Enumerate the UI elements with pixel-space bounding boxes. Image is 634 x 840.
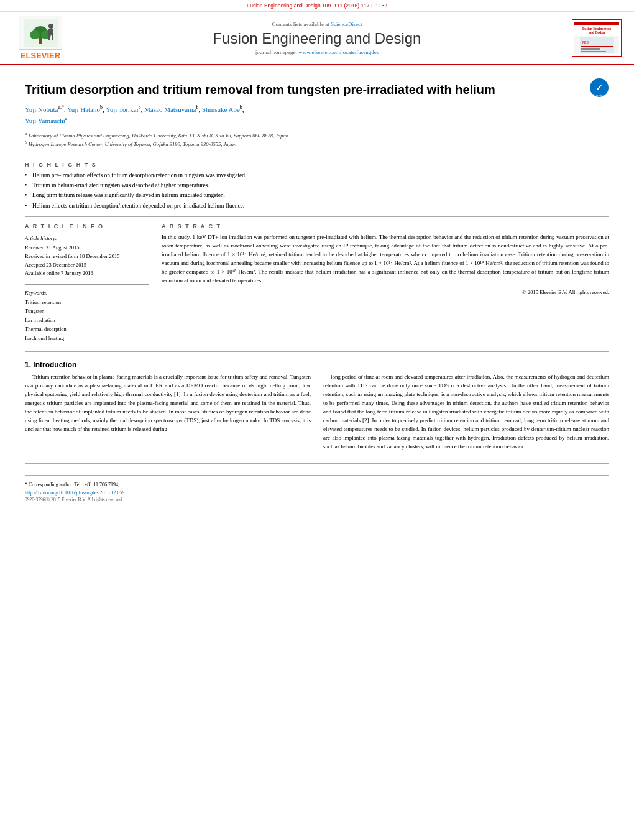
journal-homepage: journal homepage: www.elsevier.com/locat…: [68, 49, 566, 55]
article-info-label: A R T I C L E I N F O: [25, 223, 149, 229]
abstract-label: A B S T R A C T: [162, 223, 609, 229]
author-yamauchi[interactable]: Yuji Yamauchi: [25, 117, 65, 124]
abstract-text: In this study, 1 keV DT+ ion irradiation…: [162, 233, 609, 297]
svg-text:FED: FED: [582, 40, 589, 44]
fed-logo-container: Fusion Engineering and Design FED: [566, 19, 622, 57]
keywords-section: Keywords: Tritium retention Tungsten Ion…: [25, 284, 149, 343]
fed-logo-title: Fusion Engineering and Design: [582, 27, 611, 35]
keywords-list: Tritium retention Tungsten Ion irradiati…: [25, 298, 149, 343]
highlight-item: Tritium in helium-irradiated tungsten wa…: [25, 182, 609, 190]
abstract-copyright: © 2015 Elsevier B.V. All rights reserved…: [162, 288, 609, 297]
svg-text:CrossMark: CrossMark: [592, 93, 607, 97]
svg-point-3: [30, 30, 40, 39]
svg-rect-7: [48, 35, 50, 40]
footer-copyright: 0920-3796/© 2015 Elsevier B.V. All right…: [25, 497, 609, 502]
author-hatano[interactable]: Yuji Hatano: [67, 106, 100, 113]
affiliations: a Laboratory of Plasma Physics and Engin…: [25, 131, 609, 149]
journal-title: Fusion Engineering and Design: [68, 30, 566, 47]
svg-point-5: [48, 24, 53, 29]
footnote: * Corresponding author. Tel.: +81 11 706…: [25, 482, 609, 487]
authors: Yuji Nobutaa,*, Yuji Hatanob, Yuji Torik…: [25, 104, 609, 127]
author-nobuta[interactable]: Yuji Nobuta: [25, 106, 58, 113]
author-abe[interactable]: Shinsuke Abe: [202, 106, 240, 113]
highlight-item: Helium pre-irradiation effects on tritiu…: [25, 172, 609, 180]
highlights-label: H I G H L I G H T S: [25, 162, 609, 168]
science-direct-text: Contents lists available at ScienceDirec…: [68, 21, 566, 27]
svg-rect-11: [581, 46, 613, 47]
page-footer: * Corresponding author. Tel.: +81 11 706…: [25, 463, 609, 502]
svg-rect-8: [52, 35, 53, 40]
author-matsuyama[interactable]: Masao Matsuyama: [144, 106, 196, 113]
section-introduction: 1. Introduction Tritium retention behavi…: [25, 361, 609, 451]
elsevier-logo: ELSEVIER: [12, 16, 68, 60]
crossmark-icon[interactable]: ✓ CrossMark: [589, 78, 609, 98]
highlight-item: Long term tritium release was significan…: [25, 192, 609, 200]
svg-text:✓: ✓: [595, 83, 603, 93]
svg-rect-13: [581, 51, 606, 52]
intro-col-right: long period of time at room and elevated…: [323, 373, 609, 451]
journal-citation: Fusion Engineering and Design 109–111 (2…: [247, 2, 387, 9]
intro-col-left: Tritium retention behavior in plasma-fac…: [25, 373, 311, 451]
article-history: Article history: Received 31 August 2015…: [25, 234, 149, 278]
svg-rect-12: [581, 48, 600, 50]
footer-doi[interactable]: http://dx.doi.org/10.1016/j.fusengdes.20…: [25, 490, 609, 496]
highlight-item: Helium effects on tritium desorption/ret…: [25, 202, 609, 210]
author-torikai[interactable]: Yuji Torikai: [106, 106, 139, 113]
section-heading: 1. Introduction: [25, 361, 609, 369]
article-title: Tritium desorption and tritium removal f…: [25, 81, 582, 98]
elsevier-brand-text: ELSEVIER: [21, 51, 60, 60]
science-direct-link[interactable]: ScienceDirect: [331, 21, 362, 27]
svg-rect-6: [48, 29, 53, 35]
journal-homepage-link[interactable]: www.elsevier.com/locate/fusengdes: [298, 49, 379, 55]
highlights-list: Helium pre-irradiation effects on tritiu…: [25, 172, 609, 210]
